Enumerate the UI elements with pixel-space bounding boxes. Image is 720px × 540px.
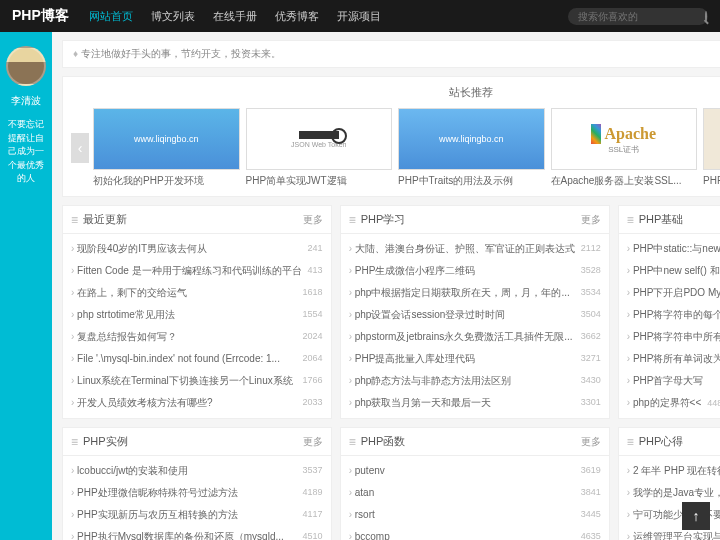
list-panel: PHP函数更多putenv3619atan3841rsort3445bccomp…	[340, 427, 610, 540]
avatar[interactable]	[6, 46, 46, 86]
item-count: 3841	[581, 485, 601, 501]
item-text: rsort	[349, 507, 575, 523]
recommend-panel: 站长推荐 ‹ www.liqingbo.cn 初始化我的PHP开发环境 JSON…	[62, 76, 720, 197]
item-count: 1766	[303, 373, 323, 389]
nav-link[interactable]: 开源项目	[337, 9, 381, 24]
list-item[interactable]: 开发人员绩效考核方法有哪些?2033	[63, 392, 331, 414]
item-text: php strtotime常见用法	[71, 307, 297, 323]
list-item[interactable]: PHP下开启PDO MySQL的扩展4215	[619, 282, 720, 304]
back-to-top-icon[interactable]: ↑	[682, 502, 710, 530]
more-link[interactable]: 更多	[303, 213, 323, 227]
list-item[interactable]: Fitten Code 是一种用于编程练习和代码训练的平台413	[63, 260, 331, 282]
list-item[interactable]: 现阶段40岁的IT男应该去何从241	[63, 238, 331, 260]
main-nav: 网站首页博文列表在线手册优秀博客开源项目	[89, 9, 381, 24]
list-item[interactable]: php中根据指定日期获取所在天，周，月，年的...3534	[341, 282, 609, 304]
list-item[interactable]: PHP将字符串中所有单词改为大写4409	[619, 326, 720, 348]
list-item[interactable]: PHP将所有单词改为小写4228	[619, 348, 720, 370]
list-item[interactable]: PHP执行Mysql数据库的备份和还原（mysqld...4510	[63, 526, 331, 540]
panel-title: PHP基础	[627, 212, 684, 227]
list-item[interactable]: php静态方法与非静态方法用法区别3430	[341, 370, 609, 392]
item-count: 3528	[581, 263, 601, 279]
list-item[interactable]: 复盘总结报告如何写？2024	[63, 326, 331, 348]
nav-link[interactable]: 博文列表	[151, 9, 195, 24]
col-1: 最近更新更多现阶段40岁的IT男应该去何从241Fitten Code 是一种用…	[62, 205, 332, 540]
carousel-prev-icon[interactable]: ‹	[71, 133, 89, 163]
card-label: PHP开发文档-PHP从入门到...	[703, 174, 720, 188]
list-item[interactable]: 在路上，剩下的交给运气1618	[63, 282, 331, 304]
card-label: 初始化我的PHP开发环境	[93, 174, 240, 188]
list-panel: 最近更新更多现阶段40岁的IT男应该去何从241Fitten Code 是一种用…	[62, 205, 332, 419]
list-item[interactable]: lcobucci/jwt的安装和使用3537	[63, 460, 331, 482]
panel-title: PHP心得	[627, 434, 684, 449]
item-text: php设置会话session登录过时时间	[349, 307, 575, 323]
list-item[interactable]: PHP中new self() 和 new static() 的区别4276	[619, 260, 720, 282]
more-link[interactable]: 更多	[581, 213, 601, 227]
recommend-card[interactable]: JSON Web Token PHP简单实现JWT逻辑	[246, 108, 393, 188]
recommend-card[interactable]: www.liqingbo.cn 初始化我的PHP开发环境	[93, 108, 240, 188]
list-item[interactable]: 大陆、港澳台身份证、护照、军官证的正则表达式2112	[341, 238, 609, 260]
list-item[interactable]: PHP将字符串的每个单词的首字符变成大写4349	[619, 304, 720, 326]
list-item[interactable]: putenv3619	[341, 460, 609, 482]
list-item[interactable]: PHP提高批量入库处理代码3271	[341, 348, 609, 370]
item-count: 4117	[303, 507, 323, 523]
item-count: 4510	[303, 529, 323, 540]
recommend-card[interactable]: www.liqingbo.cn PHP中Traits的用法及示例	[398, 108, 545, 188]
item-text: PHP处理微信昵称特殊符号过滤方法	[71, 485, 297, 501]
nav-link[interactable]: 网站首页	[89, 9, 133, 24]
item-text: 在路上，剩下的交给运气	[71, 285, 297, 301]
nav-link[interactable]: 优秀博客	[275, 9, 319, 24]
more-link[interactable]: 更多	[303, 435, 323, 449]
item-text: Fitten Code 是一种用于编程练习和代码训练的平台	[71, 263, 302, 279]
list-item[interactable]: PHP生成微信小程序二维码3528	[341, 260, 609, 282]
recommend-card[interactable]: PHP开发文档-PHP从入门到...	[703, 108, 720, 188]
list-item[interactable]: php设置会话session登录过时时间3504	[341, 304, 609, 326]
search-box[interactable]	[568, 8, 708, 25]
list-item[interactable]: bccomp4635	[341, 526, 609, 540]
item-text: atan	[349, 485, 575, 501]
card-thumb: www.liqingbo.cn	[398, 108, 545, 170]
list-item[interactable]: phpstorm及jetbrains永久免费激活工具插件无限...3662	[341, 326, 609, 348]
list-item[interactable]: php的定界符<<4480	[619, 392, 720, 414]
list-item[interactable]: Linux系统在Terminal下切换连接另一个Linux系统1766	[63, 370, 331, 392]
list-item[interactable]: php获取当月第一天和最后一天3301	[341, 392, 609, 414]
item-text: PHP执行Mysql数据库的备份和还原（mysqld...	[71, 529, 297, 540]
item-text: php中根据指定日期获取所在天，周，月，年的...	[349, 285, 575, 301]
main-content: 专注地做好手头的事，节约开支，投资未来。 站长推荐 ‹ www.liqingbo…	[52, 32, 720, 540]
search-icon[interactable]	[705, 11, 707, 22]
recommend-card[interactable]: ApacheSSL证书 在Apache服务器上安装SSL...	[551, 108, 698, 188]
list-item[interactable]: PHP首字母大写4651	[619, 370, 720, 392]
top-bar: PHP博客 网站首页博文列表在线手册优秀博客开源项目	[0, 0, 720, 32]
search-input[interactable]	[578, 11, 705, 22]
item-count: 3504	[581, 307, 601, 323]
list-item[interactable]: php strtotime常见用法1554	[63, 304, 331, 326]
item-text: lcobucci/jwt的安装和使用	[71, 463, 297, 479]
card-thumb: JSON Web Token	[246, 108, 393, 170]
list-item[interactable]: 2 年半 PHP 现在转行技术支持后的心路历程（...4048	[619, 460, 720, 482]
item-count: 1618	[303, 285, 323, 301]
item-text: 开发人员绩效考核方法有哪些?	[71, 395, 297, 411]
panel-list: lcobucci/jwt的安装和使用3537PHP处理微信昵称特殊符号过滤方法4…	[63, 456, 331, 540]
item-text: putenv	[349, 463, 575, 479]
panel-list: 现阶段40岁的IT男应该去何从241Fitten Code 是一种用于编程练习和…	[63, 234, 331, 418]
more-link[interactable]: 更多	[581, 435, 601, 449]
list-item[interactable]: 我学的是Java专业，为什么要做PHP开发？4919	[619, 482, 720, 504]
item-count: 3271	[581, 351, 601, 367]
list-item[interactable]: PHP中static::与new static()之后期静态绑定4321	[619, 238, 720, 260]
card-thumb: ApacheSSL证书	[551, 108, 698, 170]
carousel: ‹ www.liqingbo.cn 初始化我的PHP开发环境 JSON Web …	[71, 108, 720, 188]
panel-list: PHP中static::与new static()之后期静态绑定4321PHP中…	[619, 234, 720, 418]
list-panel: PHP学习更多大陆、港澳台身份证、护照、军官证的正则表达式2112PHP生成微信…	[340, 205, 610, 419]
item-count: 4189	[303, 485, 323, 501]
nav-link[interactable]: 在线手册	[213, 9, 257, 24]
list-item[interactable]: File '.\mysql-bin.index' not found (Errc…	[63, 348, 331, 370]
site-logo[interactable]: PHP博客	[12, 7, 69, 25]
list-item[interactable]: atan3841	[341, 482, 609, 504]
item-text: 现阶段40岁的IT男应该去何从	[71, 241, 302, 257]
panel-list: 大陆、港澳台身份证、护照、军官证的正则表达式2112PHP生成微信小程序二维码3…	[341, 234, 609, 418]
panel-list: putenv3619atan3841rsort3445bccomp4635pas…	[341, 456, 609, 540]
panel-title: PHP实例	[71, 434, 128, 449]
list-item[interactable]: PHP实现新历与农历互相转换的方法4117	[63, 504, 331, 526]
item-text: PHP生成微信小程序二维码	[349, 263, 575, 279]
list-item[interactable]: PHP处理微信昵称特殊符号过滤方法4189	[63, 482, 331, 504]
list-item[interactable]: rsort3445	[341, 504, 609, 526]
